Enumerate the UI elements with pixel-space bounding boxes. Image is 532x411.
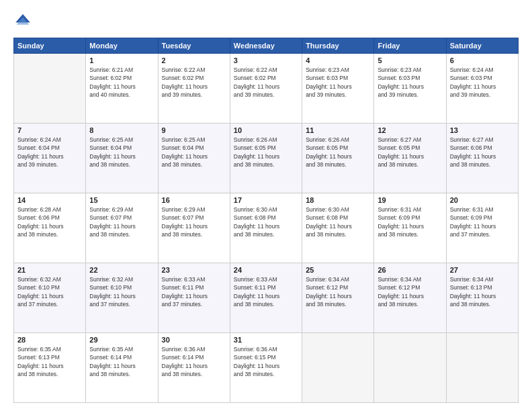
calendar-cell: 24Sunrise: 6:33 AM Sunset: 6:11 PM Dayli…: [230, 263, 302, 333]
cell-info: Sunrise: 6:24 AM Sunset: 6:04 PM Dayligh…: [17, 136, 82, 169]
cell-info: Sunrise: 6:25 AM Sunset: 6:04 PM Dayligh…: [162, 136, 226, 169]
cell-info: Sunrise: 6:27 AM Sunset: 6:05 PM Dayligh…: [378, 136, 442, 169]
cell-date: 30: [162, 336, 226, 344]
calendar-cell: 14Sunrise: 6:28 AM Sunset: 6:06 PM Dayli…: [14, 193, 86, 263]
calendar-cell: 7Sunrise: 6:24 AM Sunset: 6:04 PM Daylig…: [14, 124, 86, 193]
calendar-cell: 29Sunrise: 6:35 AM Sunset: 6:14 PM Dayli…: [86, 333, 158, 403]
cell-date: 13: [450, 126, 515, 134]
calendar-cell: 16Sunrise: 6:29 AM Sunset: 6:07 PM Dayli…: [158, 193, 230, 263]
cell-date: 29: [89, 336, 154, 344]
calendar-cell: 17Sunrise: 6:30 AM Sunset: 6:08 PM Dayli…: [230, 193, 302, 263]
weekday-header: Monday: [86, 38, 158, 54]
cell-date: 10: [234, 126, 298, 134]
cell-date: 23: [162, 266, 226, 274]
page: SundayMondayTuesdayWednesdayThursdayFrid…: [0, 0, 532, 411]
calendar-cell: 12Sunrise: 6:27 AM Sunset: 6:05 PM Dayli…: [374, 124, 446, 193]
cell-info: Sunrise: 6:21 AM Sunset: 6:02 PM Dayligh…: [89, 66, 154, 99]
calendar-cell: [302, 333, 374, 403]
cell-date: 12: [378, 126, 442, 134]
calendar-cell: 30Sunrise: 6:36 AM Sunset: 6:14 PM Dayli…: [158, 333, 230, 403]
cell-date: 9: [162, 126, 226, 134]
cell-date: 18: [306, 196, 370, 204]
cell-info: Sunrise: 6:23 AM Sunset: 6:03 PM Dayligh…: [306, 66, 370, 99]
calendar-cell: 10Sunrise: 6:26 AM Sunset: 6:05 PM Dayli…: [230, 124, 302, 193]
cell-info: Sunrise: 6:34 AM Sunset: 6:12 PM Dayligh…: [306, 275, 370, 308]
cell-date: 14: [17, 196, 82, 204]
cell-date: 2: [162, 56, 226, 64]
cell-date: 28: [17, 336, 82, 344]
calendar-cell: 5Sunrise: 6:23 AM Sunset: 6:03 PM Daylig…: [374, 54, 446, 124]
cell-info: Sunrise: 6:35 AM Sunset: 6:13 PM Dayligh…: [17, 345, 82, 378]
calendar-cell: 4Sunrise: 6:23 AM Sunset: 6:03 PM Daylig…: [302, 54, 374, 124]
cell-date: 22: [89, 266, 154, 274]
cell-info: Sunrise: 6:33 AM Sunset: 6:11 PM Dayligh…: [162, 275, 226, 308]
cell-date: 26: [378, 266, 442, 274]
cell-info: Sunrise: 6:30 AM Sunset: 6:08 PM Dayligh…: [234, 205, 298, 238]
cell-info: Sunrise: 6:30 AM Sunset: 6:08 PM Dayligh…: [306, 205, 370, 238]
cell-info: Sunrise: 6:31 AM Sunset: 6:09 PM Dayligh…: [378, 205, 442, 238]
cell-info: Sunrise: 6:22 AM Sunset: 6:02 PM Dayligh…: [162, 66, 226, 99]
calendar-cell: 6Sunrise: 6:24 AM Sunset: 6:03 PM Daylig…: [446, 54, 518, 124]
cell-date: 24: [234, 266, 298, 274]
weekday-header-row: SundayMondayTuesdayWednesdayThursdayFrid…: [14, 38, 519, 54]
calendar-cell: 27Sunrise: 6:34 AM Sunset: 6:13 PM Dayli…: [446, 263, 518, 333]
cell-date: 20: [450, 196, 515, 204]
cell-info: Sunrise: 6:34 AM Sunset: 6:13 PM Dayligh…: [450, 275, 515, 308]
cell-date: 8: [89, 126, 154, 134]
calendar-cell: 18Sunrise: 6:30 AM Sunset: 6:08 PM Dayli…: [302, 193, 374, 263]
calendar-cell: 13Sunrise: 6:27 AM Sunset: 6:06 PM Dayli…: [446, 124, 518, 193]
calendar-cell: 11Sunrise: 6:26 AM Sunset: 6:05 PM Dayli…: [302, 124, 374, 193]
cell-info: Sunrise: 6:29 AM Sunset: 6:07 PM Dayligh…: [162, 205, 226, 238]
weekday-header: Saturday: [446, 38, 518, 54]
cell-info: Sunrise: 6:35 AM Sunset: 6:14 PM Dayligh…: [89, 345, 154, 378]
cell-date: 5: [378, 56, 442, 64]
header: [13, 12, 519, 31]
cell-info: Sunrise: 6:33 AM Sunset: 6:11 PM Dayligh…: [234, 275, 298, 308]
cell-date: 7: [17, 126, 82, 134]
cell-date: 31: [234, 336, 298, 344]
cell-info: Sunrise: 6:22 AM Sunset: 6:02 PM Dayligh…: [234, 66, 298, 99]
calendar-cell: 9Sunrise: 6:25 AM Sunset: 6:04 PM Daylig…: [158, 124, 230, 193]
cell-date: 15: [89, 196, 154, 204]
calendar-cell: 23Sunrise: 6:33 AM Sunset: 6:11 PM Dayli…: [158, 263, 230, 333]
cell-date: 21: [17, 266, 82, 274]
cell-info: Sunrise: 6:28 AM Sunset: 6:06 PM Dayligh…: [17, 205, 82, 238]
cell-info: Sunrise: 6:27 AM Sunset: 6:06 PM Dayligh…: [450, 136, 515, 169]
cell-info: Sunrise: 6:32 AM Sunset: 6:10 PM Dayligh…: [17, 275, 82, 308]
calendar-cell: 31Sunrise: 6:36 AM Sunset: 6:15 PM Dayli…: [230, 333, 302, 403]
calendar-cell: 8Sunrise: 6:25 AM Sunset: 6:04 PM Daylig…: [86, 124, 158, 193]
cell-date: 3: [234, 56, 298, 64]
calendar-cell: [14, 54, 86, 124]
calendar-week-row: 7Sunrise: 6:24 AM Sunset: 6:04 PM Daylig…: [14, 124, 519, 193]
cell-info: Sunrise: 6:29 AM Sunset: 6:07 PM Dayligh…: [89, 205, 154, 238]
cell-date: 16: [162, 196, 226, 204]
cell-info: Sunrise: 6:26 AM Sunset: 6:05 PM Dayligh…: [306, 136, 370, 169]
calendar-cell: 1Sunrise: 6:21 AM Sunset: 6:02 PM Daylig…: [86, 54, 158, 124]
calendar-cell: 21Sunrise: 6:32 AM Sunset: 6:10 PM Dayli…: [14, 263, 86, 333]
calendar-cell: [446, 333, 518, 403]
calendar-cell: 26Sunrise: 6:34 AM Sunset: 6:12 PM Dayli…: [374, 263, 446, 333]
cell-date: 6: [450, 56, 515, 64]
cell-date: 27: [450, 266, 515, 274]
cell-info: Sunrise: 6:34 AM Sunset: 6:12 PM Dayligh…: [378, 275, 442, 308]
cell-date: 11: [306, 126, 370, 134]
calendar-cell: 15Sunrise: 6:29 AM Sunset: 6:07 PM Dayli…: [86, 193, 158, 263]
cell-date: 4: [306, 56, 370, 64]
calendar: SundayMondayTuesdayWednesdayThursdayFrid…: [13, 38, 519, 403]
calendar-cell: 28Sunrise: 6:35 AM Sunset: 6:13 PM Dayli…: [14, 333, 86, 403]
cell-info: Sunrise: 6:24 AM Sunset: 6:03 PM Dayligh…: [450, 66, 515, 99]
calendar-cell: 3Sunrise: 6:22 AM Sunset: 6:02 PM Daylig…: [230, 54, 302, 124]
calendar-cell: 25Sunrise: 6:34 AM Sunset: 6:12 PM Dayli…: [302, 263, 374, 333]
cell-date: 19: [378, 196, 442, 204]
calendar-cell: 20Sunrise: 6:31 AM Sunset: 6:09 PM Dayli…: [446, 193, 518, 263]
cell-info: Sunrise: 6:32 AM Sunset: 6:10 PM Dayligh…: [89, 275, 154, 308]
logo: [13, 12, 35, 31]
calendar-cell: [374, 333, 446, 403]
calendar-cell: 19Sunrise: 6:31 AM Sunset: 6:09 PM Dayli…: [374, 193, 446, 263]
calendar-week-row: 14Sunrise: 6:28 AM Sunset: 6:06 PM Dayli…: [14, 193, 519, 263]
cell-info: Sunrise: 6:25 AM Sunset: 6:04 PM Dayligh…: [89, 136, 154, 169]
cell-info: Sunrise: 6:31 AM Sunset: 6:09 PM Dayligh…: [450, 205, 515, 238]
cell-date: 1: [89, 56, 154, 64]
cell-info: Sunrise: 6:36 AM Sunset: 6:14 PM Dayligh…: [162, 345, 226, 378]
weekday-header: Sunday: [14, 38, 86, 54]
